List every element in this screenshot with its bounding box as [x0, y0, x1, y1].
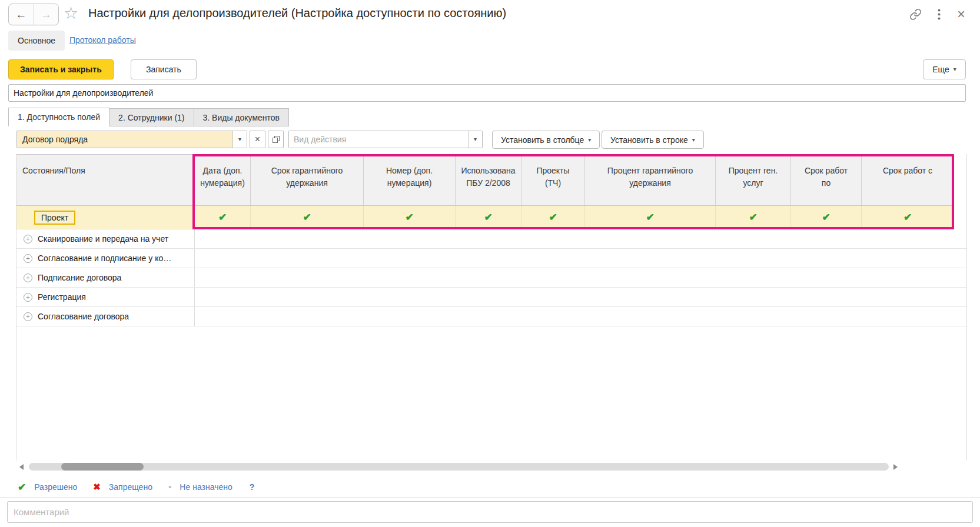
get-link-icon[interactable]	[908, 6, 923, 22]
allowed-check-icon: ✔	[18, 481, 26, 493]
action-kind-combo[interactable]: ▾	[288, 131, 483, 148]
section-tab-main[interactable]: Основное	[8, 31, 65, 51]
grid-cell[interactable]: ✔	[862, 206, 954, 229]
caret-down-icon: ▾	[474, 136, 477, 142]
close-icon[interactable]: ×	[954, 6, 969, 22]
save-button[interactable]: Записать	[131, 59, 197, 79]
selected-cell-project[interactable]: Проект	[34, 211, 75, 225]
allowed-check-icon: ✔	[405, 212, 413, 222]
favorite-star-icon[interactable]: ☆	[64, 4, 78, 23]
tab-field-availability[interactable]: 1. Доступность полей	[8, 108, 109, 126]
set-in-row-label: Установить в строке	[610, 135, 688, 145]
name-input[interactable]	[8, 84, 966, 102]
state-row[interactable]: +Согласование договора	[16, 307, 966, 326]
state-rows: +Сканирование и передача на учет+Согласо…	[16, 229, 966, 326]
grid-cell[interactable]: ✔	[585, 206, 716, 229]
column-header[interactable]: Номер (доп. нумерация)	[364, 155, 456, 205]
protocol-link[interactable]: Протокол работы	[69, 35, 136, 45]
state-row[interactable]: +Согласование и подписание у ко…	[16, 249, 966, 268]
clear-button[interactable]: ×	[250, 131, 265, 148]
state-row[interactable]: +Регистрация	[16, 288, 966, 307]
set-in-row-button[interactable]: Установить в строке ▾	[602, 131, 704, 149]
document-kind-value: Договор подряда	[17, 131, 232, 148]
expand-icon[interactable]: +	[24, 254, 32, 263]
column-header-states[interactable]: Состояния/Поля	[16, 155, 195, 205]
state-row-label: Подписание договора	[38, 273, 121, 282]
allowed-check-icon: ✔	[303, 212, 311, 222]
expand-icon[interactable]: +	[24, 273, 32, 282]
expand-icon[interactable]: +	[24, 293, 32, 302]
forward-button[interactable]: →	[34, 4, 59, 25]
document-kind-combo[interactable]: Договор подряда ▾	[16, 131, 247, 148]
legend-allowed-label: Разрешено	[34, 482, 77, 492]
allowed-check-icon: ✔	[749, 212, 757, 222]
caret-down-icon: ▾	[692, 137, 695, 143]
expand-icon[interactable]: +	[24, 312, 32, 321]
allowed-check-icon: ✔	[903, 212, 912, 222]
back-button[interactable]: ←	[9, 4, 34, 25]
column-header[interactable]: Процент гарантийного удержания	[585, 155, 716, 205]
project-row-first-cell[interactable]: Проект	[16, 206, 195, 229]
tab-document-kinds[interactable]: 3. Виды документов	[194, 108, 290, 126]
expand-icon[interactable]: +	[24, 235, 32, 244]
legend-forbidden-label: Запрещено	[109, 482, 152, 492]
grid-header-row: Состояния/Поля Дата (доп. нумерация)Срок…	[16, 154, 954, 206]
scrollbar-track[interactable]	[29, 463, 889, 471]
history-nav: ← →	[8, 4, 59, 25]
open-item-button[interactable]	[268, 131, 284, 148]
column-header[interactable]: Дата (доп. нумерация)	[195, 155, 251, 205]
set-in-column-button[interactable]: Установить в столбце ▾	[492, 131, 600, 149]
legend: ✔ Разрешено ✖ Запрещено ● Не назначено ?	[18, 481, 254, 493]
grid-cell[interactable]: ✔	[716, 206, 791, 229]
grid-cell[interactable]: ✔	[791, 206, 862, 229]
tab-employees[interactable]: 2. Сотрудники (1)	[109, 108, 194, 126]
state-row-label: Согласование и подписание у ко…	[38, 254, 171, 263]
caret-down-icon: ▾	[588, 137, 591, 143]
grid-cell[interactable]: ✔	[456, 206, 521, 229]
set-in-column-label: Установить в столбце	[501, 135, 584, 145]
help-link[interactable]: ?	[250, 482, 255, 492]
save-and-close-button[interactable]: Записать и закрыть	[8, 59, 114, 79]
forbidden-cross-icon: ✖	[93, 482, 101, 492]
allowed-check-icon: ✔	[484, 212, 492, 222]
column-header[interactable]: Проекты (ТЧ)	[521, 155, 585, 205]
caret-down-icon: ▾	[954, 66, 956, 72]
document-kind-dropdown-button[interactable]: ▾	[232, 131, 247, 148]
column-header[interactable]: Срок гарантийного удержания	[251, 155, 364, 205]
project-row[interactable]: Проект ✔✔✔✔✔✔✔✔✔	[16, 206, 954, 229]
state-row[interactable]: +Подписание договора	[16, 268, 966, 288]
separator	[0, 497, 980, 498]
grid-cell[interactable]: ✔	[251, 206, 364, 229]
back-arrow-icon: ←	[15, 9, 26, 20]
allowed-check-icon: ✔	[822, 212, 830, 222]
scrollbar-thumb[interactable]	[61, 463, 144, 471]
app-window: ← → ☆ Настройки для делопроизводителей (…	[0, 0, 980, 527]
horizontal-scrollbar[interactable]	[16, 462, 898, 471]
grid-cell[interactable]: ✔	[364, 206, 456, 229]
grid-cell[interactable]: ✔	[521, 206, 585, 229]
action-kind-dropdown-button[interactable]: ▾	[468, 131, 482, 148]
state-row-label: Согласование договора	[38, 312, 129, 321]
more-menu-icon[interactable]	[931, 6, 946, 22]
page-title: Настройки для делопроизводителей (Настро…	[88, 6, 506, 20]
column-header[interactable]: Срок работ по	[791, 155, 862, 205]
more-button-label: Еще	[932, 65, 949, 74]
allowed-check-icon: ✔	[646, 212, 654, 222]
column-header[interactable]: Использована ПБУ 2/2008	[456, 155, 521, 205]
state-row-label: Сканирование и передача на учет	[38, 234, 168, 244]
state-row[interactable]: +Сканирование и передача на учет	[16, 229, 966, 249]
comment-input[interactable]	[7, 501, 973, 523]
scroll-left-icon[interactable]	[19, 464, 24, 470]
more-button[interactable]: Еще ▾	[923, 59, 966, 79]
grid-cell[interactable]: ✔	[195, 206, 251, 229]
column-header[interactable]: Срок работ с	[862, 155, 954, 205]
open-form-icon	[272, 135, 280, 144]
not-assigned-dot-icon: ●	[168, 484, 171, 490]
state-row-label: Регистрация	[38, 292, 86, 302]
field-column-headers: Дата (доп. нумерация)Срок гарантийного у…	[195, 155, 954, 205]
column-header[interactable]: Процент ген. услуг	[716, 155, 791, 205]
availability-grid: Состояния/Поля Дата (доп. нумерация)Срок…	[16, 154, 967, 461]
scroll-right-icon[interactable]	[893, 464, 898, 470]
forward-arrow-icon: →	[41, 9, 52, 20]
action-kind-input[interactable]	[289, 131, 468, 148]
